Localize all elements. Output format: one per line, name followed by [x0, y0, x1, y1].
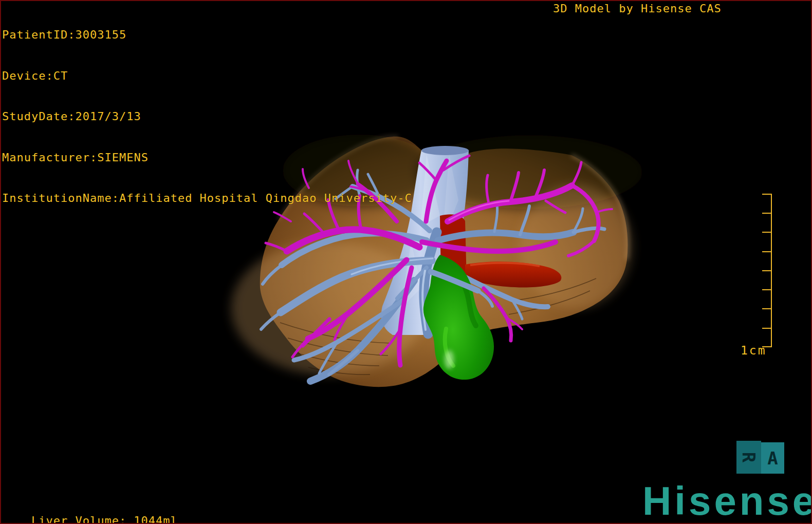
liver-volume-caption: Liver Volume:	[31, 514, 126, 524]
scale-tick	[762, 194, 771, 195]
patient-info: PatientID:3003155 Device:CT StudyDate:20…	[2, 1, 412, 233]
scale-tick	[762, 213, 771, 214]
orientation-cube[interactable]: R A	[736, 441, 784, 474]
viewer-stage: PatientID:3003155 Device:CT StudyDate:20…	[0, 0, 812, 524]
scale-tick	[762, 232, 771, 233]
scale-tick	[762, 328, 771, 329]
manufacturer-line: Manufacturer:SIEMENS	[2, 151, 412, 165]
device-line: Device:CT	[2, 69, 412, 83]
liver-volume-value: 1044ml	[134, 514, 177, 524]
scale-tick	[762, 308, 771, 309]
orientation-letter-r: R	[739, 452, 759, 462]
patient-id-line: PatientID:3003155	[2, 28, 412, 42]
scale-tick	[762, 251, 771, 252]
scale-bar-line	[771, 194, 772, 347]
hisense-logo: Hisense	[642, 481, 812, 521]
institution-line: InstitutionName:Affiliated Hospital Qing…	[2, 192, 412, 205]
orientation-letter-a: A	[767, 448, 778, 469]
scale-tick	[762, 289, 771, 290]
liver-volume-label: Liver Volume:1044ml	[2, 501, 178, 524]
app-title: 3D Model by Hisense CAS	[553, 2, 722, 15]
orientation-face-anterior[interactable]: A	[761, 442, 784, 474]
scale-bar-label: 1cm	[741, 344, 767, 357]
scale-bar: 1cm	[762, 194, 772, 347]
scale-tick	[762, 270, 771, 271]
study-date-line: StudyDate:2017/3/13	[2, 110, 412, 124]
orientation-face-right-side[interactable]: R	[736, 441, 761, 474]
